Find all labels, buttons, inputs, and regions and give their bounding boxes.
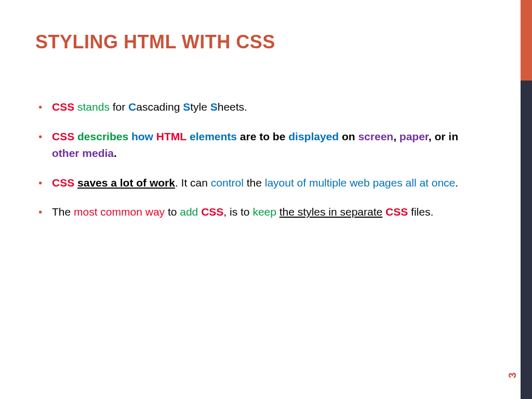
text-run: CSS <box>52 177 74 189</box>
text-run: layout of multiple web pages all at once <box>265 177 456 189</box>
text-run: ascading <box>136 101 183 113</box>
bullet-item: CSS saves a lot of work. It can control … <box>35 175 487 192</box>
text-run: on <box>342 130 355 142</box>
text-run: screen <box>358 130 393 142</box>
bullet-item: CSS stands for Cascading Style Sheets. <box>35 99 487 116</box>
text-run: elements <box>190 130 237 142</box>
text-run: . <box>455 177 458 189</box>
text-run: S <box>183 101 190 113</box>
text-run: C <box>128 101 136 113</box>
text-run: , or in <box>429 130 458 142</box>
text-run: the styles in separate <box>280 206 382 218</box>
text-run: displayed <box>288 130 339 142</box>
text-run: stands <box>77 101 110 113</box>
text-run: The <box>52 206 74 218</box>
sidebar-accent-bottom <box>521 81 532 399</box>
text-run: files. <box>408 206 433 218</box>
text-run: to <box>165 206 180 218</box>
bullet-list: CSS stands for Cascading Style Sheets.CS… <box>35 99 487 221</box>
text-run: , is to <box>223 206 252 218</box>
slide-content: CSS stands for Cascading Style Sheets.CS… <box>35 99 487 233</box>
text-run: most common way <box>74 206 165 218</box>
text-run: CSS <box>201 206 223 218</box>
slide-title: STYLING HTML WITH CSS <box>35 31 275 53</box>
text-run: how <box>131 130 153 142</box>
text-run: tyle <box>190 101 210 113</box>
sidebar-accent-top <box>521 0 532 81</box>
bullet-item: CSS describes how HTML elements are to b… <box>35 128 487 162</box>
text-run: CSS <box>385 206 408 218</box>
text-run: paper <box>400 130 429 142</box>
text-run: heets. <box>218 101 247 113</box>
text-run: CSS <box>52 130 74 142</box>
text-run: . <box>114 147 117 159</box>
text-run: . It can <box>175 177 211 189</box>
page-number: 3 <box>507 373 518 378</box>
text-run: describes <box>77 130 128 142</box>
text-run: add <box>180 206 198 218</box>
text-run: CSS <box>52 101 74 113</box>
text-run: are to be <box>240 130 286 142</box>
bullet-item: The most common way to add CSS, is to ke… <box>35 204 487 221</box>
text-run: HTML <box>156 130 187 142</box>
text-run: saves a lot of work <box>77 177 175 189</box>
text-run: control <box>211 177 244 189</box>
text-run: the <box>244 177 265 189</box>
text-run: keep <box>252 206 276 218</box>
text-run: for <box>110 101 128 113</box>
text-run: S <box>210 101 218 113</box>
text-run: other media <box>52 147 114 159</box>
text-run: , <box>393 130 400 142</box>
